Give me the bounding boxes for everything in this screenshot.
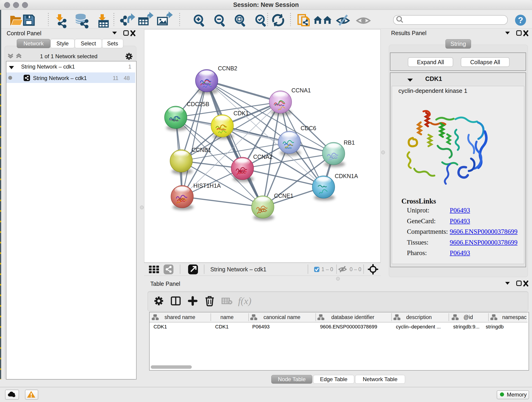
svg-text:canonical name: canonical name bbox=[264, 314, 300, 320]
svg-text:@id: @id bbox=[463, 314, 473, 320]
svg-text:namespac: namespac bbox=[502, 314, 526, 320]
svg-text:CCNA2: CCNA2 bbox=[253, 153, 273, 160]
svg-text:name: name bbox=[220, 314, 234, 320]
svg-text:String Network – cdk1: String Network – cdk1 bbox=[210, 266, 266, 273]
svg-text:RB1: RB1 bbox=[344, 139, 355, 146]
svg-text:f(x): f(x) bbox=[238, 296, 251, 306]
svg-text:CCNB1: CCNB1 bbox=[192, 147, 211, 153]
svg-text:CCNB2: CCNB2 bbox=[218, 65, 237, 71]
svg-text:CDK1: CDK1 bbox=[234, 110, 249, 116]
svg-text:database identifier: database identifier bbox=[331, 314, 374, 320]
svg-text:CDKN1A: CDKN1A bbox=[335, 173, 358, 179]
svg-text:description: description bbox=[406, 314, 432, 320]
svg-text:HIST1H1A: HIST1H1A bbox=[193, 182, 221, 189]
svg-text:?: ? bbox=[518, 16, 523, 25]
svg-text:0 – 0: 0 – 0 bbox=[350, 266, 361, 272]
svg-text:CDC25B: CDC25B bbox=[187, 101, 209, 107]
svg-text:CDC6: CDC6 bbox=[301, 125, 316, 131]
svg-text:shared name: shared name bbox=[165, 314, 195, 320]
svg-text:1 – 0: 1 – 0 bbox=[322, 266, 333, 272]
svg-text:CCNA1: CCNA1 bbox=[291, 87, 311, 94]
svg-text:CCNE1: CCNE1 bbox=[274, 192, 293, 199]
